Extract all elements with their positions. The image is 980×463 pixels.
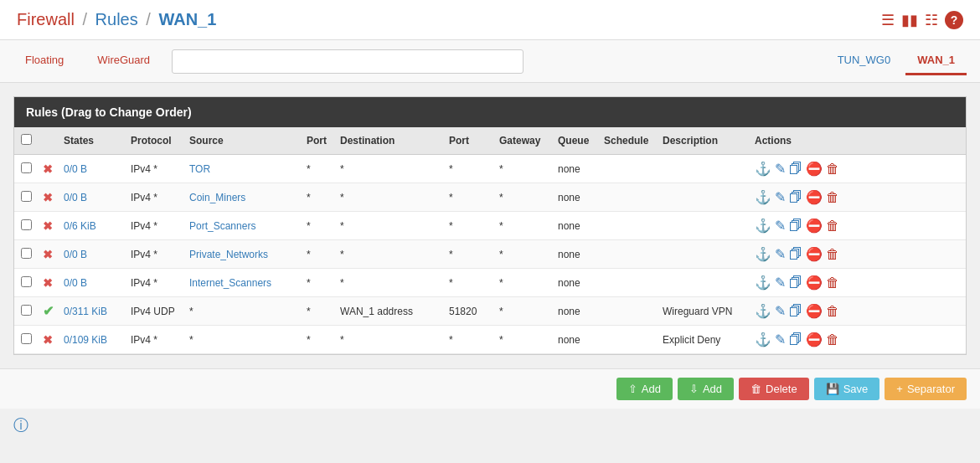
row-gateway: * — [494, 183, 553, 212]
anchor-icon[interactable]: ⚓ — [755, 332, 771, 347]
anchor-icon[interactable]: ⚓ — [755, 246, 771, 262]
row-checkbox[interactable] — [21, 219, 32, 230]
block-icon[interactable]: ⛔ — [806, 303, 823, 319]
status-x-icon: ✖ — [43, 333, 53, 347]
separator-icon: + — [896, 383, 903, 395]
info-icon[interactable]: ⓘ — [13, 417, 28, 434]
row-checkbox-cell — [14, 269, 38, 297]
anchor-icon[interactable]: ⚓ — [755, 218, 771, 234]
source-value: * — [189, 334, 193, 346]
copy-icon[interactable]: 🗍 — [789, 190, 802, 205]
row-source: Private_Networks — [184, 240, 302, 269]
source-link[interactable]: Coin_Miners — [189, 192, 245, 203]
add-up-icon: ⇧ — [628, 383, 637, 395]
col-queue: Queue — [553, 127, 599, 155]
source-link[interactable]: TOR — [189, 163, 210, 175]
row-description — [658, 155, 750, 183]
row-port: * — [302, 326, 335, 354]
copy-icon[interactable]: 🗍 — [789, 162, 802, 177]
tab-tun-wg0[interactable]: TUN_WG0 — [826, 47, 903, 75]
row-dest-port: * — [444, 183, 494, 212]
rules-link[interactable]: Rules — [95, 10, 138, 28]
select-all-checkbox[interactable] — [21, 134, 32, 145]
edit-icon[interactable]: ✎ — [775, 246, 786, 262]
search-input[interactable] — [172, 49, 524, 74]
trash-icon[interactable]: 🗑 — [826, 304, 839, 319]
row-source: * — [184, 297, 302, 326]
row-states: 0/311 KiB — [59, 297, 126, 326]
brand-link[interactable]: Firewall — [17, 10, 75, 28]
row-port: * — [302, 269, 335, 297]
row-schedule — [599, 297, 658, 326]
source-link[interactable]: Internet_Scanners — [189, 277, 271, 289]
trash-icon[interactable]: 🗑 — [826, 190, 839, 205]
tabs-right: TUN_WG0 WAN_1 — [826, 47, 967, 75]
trash-icon[interactable]: 🗑 — [826, 247, 839, 262]
help-icon[interactable]: ? — [945, 11, 963, 29]
save-button[interactable]: 💾 Save — [814, 378, 880, 400]
edit-icon[interactable]: ✎ — [775, 332, 786, 347]
copy-icon[interactable]: 🗍 — [789, 332, 802, 347]
row-destination: * — [335, 326, 444, 354]
row-queue: none — [553, 183, 599, 212]
row-gateway: * — [494, 297, 553, 326]
col-actions: Actions — [750, 127, 966, 155]
copy-icon[interactable]: 🗍 — [789, 247, 802, 262]
table-row: ✖ 0/0 B IPv4 * Private_Networks * * * * … — [14, 240, 966, 269]
trash-icon[interactable]: 🗑 — [826, 275, 839, 291]
tab-floating[interactable]: Floating — [13, 47, 75, 75]
row-dest-port: * — [444, 326, 494, 354]
row-dest-port: * — [444, 269, 494, 297]
block-icon[interactable]: ⛔ — [806, 275, 823, 291]
status-check-icon: ✔ — [43, 304, 54, 318]
row-schedule — [599, 212, 658, 240]
bar-chart-icon[interactable]: ▮▮ — [901, 11, 918, 29]
row-description — [658, 183, 750, 212]
trash-icon[interactable]: 🗑 — [826, 162, 839, 177]
edit-icon[interactable]: ✎ — [775, 161, 786, 177]
row-checkbox[interactable] — [21, 248, 32, 259]
copy-icon[interactable]: 🗍 — [789, 304, 802, 319]
row-checkbox[interactable] — [21, 191, 32, 202]
row-protocol: IPv4 * — [126, 326, 184, 354]
edit-icon[interactable]: ✎ — [775, 189, 786, 205]
sliders-icon[interactable]: ☰ — [881, 11, 895, 29]
sep1: / — [82, 10, 87, 28]
copy-icon[interactable]: 🗍 — [789, 219, 802, 234]
add-down-button[interactable]: ⇩ Add — [678, 378, 734, 400]
block-icon[interactable]: ⛔ — [806, 246, 823, 262]
edit-icon[interactable]: ✎ — [775, 218, 786, 234]
row-checkbox[interactable] — [21, 276, 32, 287]
anchor-icon[interactable]: ⚓ — [755, 275, 771, 291]
row-status: ✖ — [38, 183, 59, 212]
col-protocol: Protocol — [126, 127, 184, 155]
edit-icon[interactable]: ✎ — [775, 275, 786, 291]
block-icon[interactable]: ⛔ — [806, 189, 823, 205]
anchor-icon[interactable]: ⚓ — [755, 303, 771, 319]
anchor-icon[interactable]: ⚓ — [755, 189, 771, 205]
anchor-icon[interactable]: ⚓ — [755, 161, 771, 177]
copy-icon[interactable]: 🗍 — [789, 275, 802, 291]
block-icon[interactable]: ⛔ — [806, 218, 823, 234]
tab-wan1[interactable]: WAN_1 — [905, 47, 967, 75]
add-up-button[interactable]: ⇧ Add — [616, 378, 673, 400]
tab-wireguard[interactable]: WireGuard — [85, 47, 162, 75]
edit-icon[interactable]: ✎ — [775, 303, 786, 319]
col-gateway: Gateway — [494, 127, 553, 155]
list-icon[interactable]: ☷ — [925, 11, 938, 29]
trash-icon[interactable]: 🗑 — [826, 219, 839, 234]
source-link[interactable]: Port_Scanners — [189, 220, 255, 232]
row-states: 0/0 B — [59, 269, 126, 297]
table-header-row: States Protocol Source Port Destination … — [14, 127, 966, 155]
row-source: Coin_Miners — [184, 183, 302, 212]
row-checkbox[interactable] — [21, 305, 32, 316]
source-link[interactable]: Private_Networks — [189, 249, 268, 260]
separator-button[interactable]: + Separator — [885, 378, 967, 400]
row-checkbox[interactable] — [21, 162, 32, 173]
block-icon[interactable]: ⛔ — [806, 161, 823, 177]
block-icon[interactable]: ⛔ — [806, 332, 823, 347]
trash-icon[interactable]: 🗑 — [826, 332, 839, 347]
row-states: 0/0 B — [59, 155, 126, 183]
delete-button[interactable]: 🗑 Delete — [739, 378, 809, 400]
row-checkbox[interactable] — [21, 333, 32, 344]
